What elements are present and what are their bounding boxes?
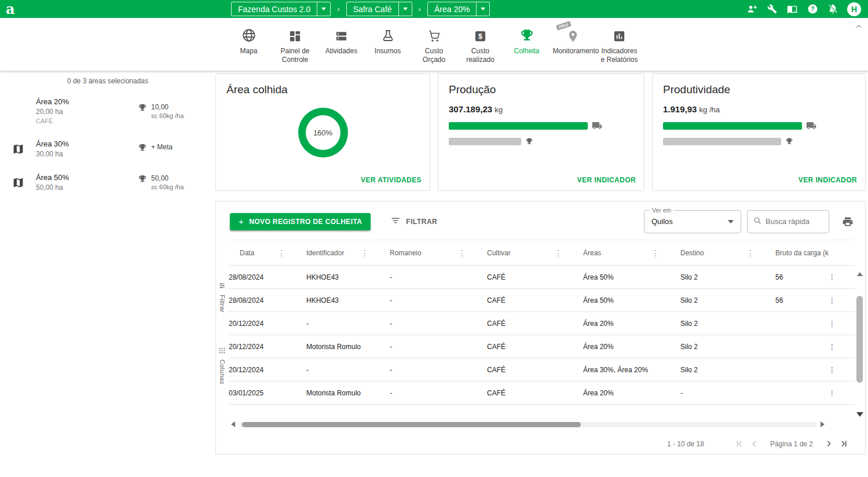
filter-button[interactable]: FILTRAR	[390, 215, 437, 228]
column-menu-icon[interactable]: ⋮	[650, 248, 661, 258]
area-list-item[interactable]: Área 30% 30,00 ha + Meta	[0, 132, 215, 166]
farm-selector-label: Fazenda Custos 2.0	[232, 2, 317, 16]
horizontal-scroll-track[interactable]	[239, 422, 816, 427]
search-input[interactable]	[766, 217, 823, 226]
row-menu-icon[interactable]: ⋮	[829, 266, 855, 289]
table-row[interactable]: 20/12/2024 - - CAFÉ Área 20% Silo 2 ⋮	[229, 312, 855, 335]
row-menu-icon[interactable]: ⋮	[829, 335, 855, 358]
productivity-progress-bar	[663, 120, 802, 131]
area-selector[interactable]: Área 20%	[427, 2, 490, 16]
area-size: 20,00 ha	[36, 108, 138, 116]
flask-icon	[381, 25, 395, 43]
chevron-down-icon[interactable]	[398, 2, 412, 16]
column-header: Data	[240, 249, 254, 257]
user-avatar[interactable]: H	[847, 2, 861, 16]
column-menu-icon[interactable]: ⋮	[360, 248, 370, 258]
scroll-right-icon[interactable]	[821, 421, 825, 427]
season-selector[interactable]: Safra Café	[346, 2, 412, 16]
nav-item-monitoramento[interactable]: PRO Monitoramento	[553, 25, 594, 56]
new-harvest-record-button[interactable]: + NOVO REGISTRO DE COLHEITA	[230, 213, 371, 230]
horizontal-scroll-thumb[interactable]	[242, 422, 581, 427]
ver-atividades-link[interactable]: VER ATIVIDADES	[361, 176, 422, 184]
trophy-icon	[785, 137, 793, 145]
nav-item-custo-realizado[interactable]: $ Custo realizado	[460, 25, 501, 64]
vertical-scrollbar[interactable]	[856, 272, 863, 417]
row-menu-icon[interactable]: ⋮	[829, 381, 855, 405]
table-header-row: Data⋮ Identificador⋮ Romaneio⋮ Cultivar⋮…	[229, 240, 855, 266]
notifications-off-icon[interactable]	[827, 3, 838, 15]
harvest-records-table: Data⋮ Identificador⋮ Romaneio⋮ Cultivar⋮…	[229, 240, 855, 405]
table-row[interactable]: 28/08/2024 HKHOE43 - CAFÉ Área 50% Silo …	[229, 266, 855, 289]
side-tab-colunas[interactable]: Colunas	[218, 346, 226, 384]
help-book-icon[interactable]	[786, 3, 798, 15]
area-name: Área 30%	[36, 140, 138, 148]
column-header: Romaneio	[390, 249, 422, 257]
activities-list-icon	[335, 25, 348, 43]
add-meta-button[interactable]: + Meta	[138, 143, 208, 155]
nav-item-custo-orcado[interactable]: Custo Orçado	[414, 25, 455, 64]
first-page-icon[interactable]	[732, 439, 747, 449]
horizontal-scrollbar[interactable]	[231, 420, 825, 428]
donut-center-label: 160%	[306, 115, 340, 150]
area-meta[interactable]: 10,00 sc 60kg /ha	[138, 103, 208, 119]
production-value: 307.189,23	[449, 104, 492, 114]
map-icon	[0, 143, 36, 155]
scroll-down-icon[interactable]	[856, 412, 863, 417]
column-menu-icon[interactable]: ⋮	[745, 248, 756, 258]
nav-item-mapa[interactable]: Mapa	[229, 25, 269, 56]
area-size: 30,00 ha	[36, 150, 138, 158]
scroll-left-icon[interactable]	[231, 421, 235, 427]
previous-page-icon[interactable]	[747, 439, 762, 449]
quick-search	[747, 210, 829, 233]
table-row[interactable]: 03/01/2025 Motorista Romulo - CAFÉ Área …	[229, 381, 855, 405]
dashboard-icon	[288, 25, 302, 43]
area-size: 50,00 ha	[36, 184, 138, 192]
next-page-icon[interactable]	[821, 439, 836, 449]
print-icon[interactable]	[842, 216, 854, 228]
nav-item-colheita[interactable]: Colheita	[507, 25, 547, 56]
nav-item-painel-de-controle[interactable]: Painel de Controle	[275, 25, 316, 64]
trophy-icon	[519, 25, 534, 43]
meta-value: 10,00	[151, 103, 184, 111]
production-meta-bar	[449, 137, 588, 145]
season-selector-label: Safra Café	[347, 2, 398, 16]
area-list-item[interactable]: Área 20% 20,00 ha CAFÉ 10,00 sc 60kg /ha	[0, 90, 215, 132]
filter-list-icon	[390, 215, 401, 228]
nav-item-indicadores-e-relatorios[interactable]: Indicadores e Relatórios	[599, 25, 640, 64]
chevron-down-icon[interactable]	[476, 2, 489, 16]
column-menu-icon[interactable]: ⋮	[553, 248, 563, 258]
ver-indicador-link[interactable]: VER INDICADOR	[799, 176, 857, 184]
column-menu-icon[interactable]: ⋮	[276, 248, 287, 258]
table-row[interactable]: 20/12/2024 Motorista Romulo - CAFÉ Área …	[229, 335, 855, 358]
truck-icon	[592, 120, 602, 131]
last-page-icon[interactable]	[836, 439, 851, 449]
scroll-up-icon[interactable]	[857, 272, 863, 276]
vertical-scroll-thumb[interactable]	[856, 296, 863, 383]
area-list-item[interactable]: Área 50% 50,00 ha 50,00 sc 60kg /ha	[0, 166, 215, 199]
help-icon[interactable]: ?	[807, 3, 818, 15]
row-menu-icon[interactable]: ⋮	[829, 289, 855, 312]
invite-user-icon[interactable]	[746, 3, 757, 15]
side-tab-filtrar[interactable]: Filtrar	[218, 281, 226, 313]
tools-icon[interactable]	[766, 3, 778, 15]
productivity-value: 1.919,93	[663, 104, 697, 114]
view-unit-select[interactable]: Ver em Quilos	[644, 210, 741, 233]
nav-item-insumos[interactable]: Insumos	[368, 25, 408, 56]
chevron-down-icon[interactable]	[317, 2, 330, 16]
area-name: Área 50%	[36, 173, 138, 182]
collapse-nav-icon[interactable]	[855, 23, 863, 33]
farm-selector[interactable]: Fazenda Custos 2.0	[231, 2, 331, 16]
module-nav: Mapa Painel de Controle Atividades Insum…	[0, 18, 868, 71]
ver-indicador-link[interactable]: VER INDICADOR	[577, 176, 636, 184]
column-menu-icon[interactable]: ⋮	[457, 248, 467, 258]
card-title: Produção	[449, 83, 633, 96]
table-row[interactable]: 20/12/2024 - - CAFÉ Área 30%, Área 20% S…	[229, 358, 855, 381]
area-meta[interactable]: 50,00 sc 60kg /ha	[138, 174, 208, 190]
column-header: Bruto da carga (kg)	[775, 249, 829, 257]
nav-item-atividades[interactable]: Atividades	[321, 25, 362, 56]
pagination-page: Página 1 de 2	[770, 440, 813, 448]
row-menu-icon[interactable]: ⋮	[829, 358, 855, 381]
table-row[interactable]: 28/08/2024 HKHOE43 - CAFÉ Área 50% Silo …	[229, 289, 855, 312]
row-menu-icon[interactable]: ⋮	[829, 312, 855, 335]
card-title: Produtividade	[663, 83, 855, 96]
